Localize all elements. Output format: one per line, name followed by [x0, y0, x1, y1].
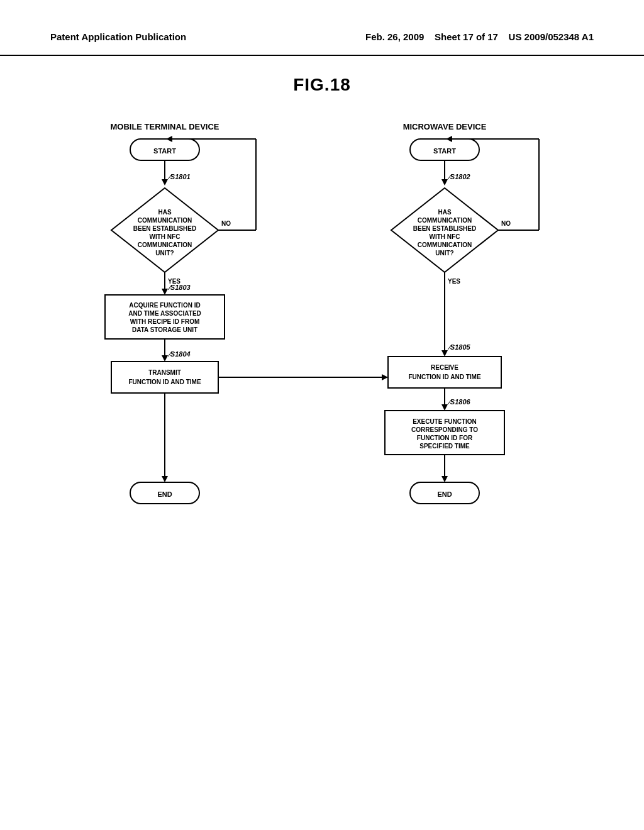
receive-text-1: RECEIVE — [431, 364, 458, 371]
diamond1-text-6: UNIT? — [155, 250, 174, 257]
s1805-label: ∕S1805 — [447, 343, 471, 351]
end-left-label: END — [157, 490, 172, 498]
arrowhead-transmit-end — [162, 476, 168, 482]
s1806-label: ∕S1806 — [447, 398, 471, 406]
transmit-text-2: FUNCTION ID AND TIME — [128, 379, 201, 385]
figure-title: FIG.18 — [0, 75, 644, 95]
diamond1-text-5: COMMUNICATION — [138, 241, 192, 248]
acquire-text-1: ACQUIRE FUNCTION ID — [129, 302, 200, 309]
receive-box-shape — [388, 357, 501, 388]
execute-text-2: CORRESPONDING TO — [411, 426, 478, 433]
header: Patent Application Publication Feb. 26, … — [0, 0, 644, 56]
arrow-head-1 — [162, 179, 168, 185]
start-left-label: START — [153, 147, 176, 155]
header-right: Feb. 26, 2009 Sheet 17 of 17 US 2009/052… — [365, 31, 594, 42]
acquire-text-4: DATA STORAGE UNIT — [132, 326, 197, 333]
diamond2-text-4: WITH NFC — [430, 233, 460, 240]
diamond1-text-4: WITH NFC — [150, 233, 180, 240]
horiz-arrowhead — [382, 374, 388, 380]
arrowhead-start-right — [441, 179, 448, 185]
page: Patent Application Publication Feb. 26, … — [0, 0, 644, 830]
flowchart-area: text { font-family: Arial, Helvetica, sa… — [0, 114, 644, 648]
diamond1-text-1: HAS — [158, 209, 171, 216]
patent-number: US 2009/052348 A1 — [509, 31, 594, 42]
yes-arrowhead-d2 — [441, 350, 448, 357]
diamond2-text-2: COMMUNICATION — [418, 217, 472, 224]
diamond2-text-3: BEEN ESTABLISHED — [413, 225, 476, 232]
right-column-title: MICROWAVE DEVICE — [403, 122, 487, 131]
start-right-label: START — [433, 147, 456, 155]
execute-text-3: FUNCTION ID FOR — [417, 434, 473, 441]
s1803-label: ∕S1803 — [167, 284, 191, 291]
s1802-label: ∕S1802 — [447, 173, 470, 180]
yes-arrowhead-d1 — [162, 289, 168, 295]
yes-label-d2: YES — [448, 278, 460, 285]
s1801-label: ∕S1801 — [167, 173, 191, 180]
arrowhead-receive — [441, 404, 448, 411]
sheet-info: Sheet 17 of 17 — [435, 31, 498, 42]
end-right-label: END — [437, 490, 452, 498]
publication-label: Patent Application Publication — [50, 31, 186, 42]
left-column-title: MOBILE TERMINAL DEVICE — [110, 122, 219, 131]
pub-date: Feb. 26, 2009 — [365, 31, 424, 42]
arrowhead-acquire — [162, 355, 168, 362]
execute-text-1: EXECUTE FUNCTION — [413, 418, 477, 425]
header-left: Patent Application Publication — [50, 31, 186, 42]
s1804-label: ∕S1804 — [167, 350, 191, 358]
diamond1-text-3: BEEN ESTABLISHED — [133, 225, 196, 232]
diamond1-text-2: COMMUNICATION — [138, 217, 192, 224]
acquire-text-2: AND TIME ASSOCIATED — [128, 310, 201, 317]
flowchart-svg: text { font-family: Arial, Helvetica, sa… — [55, 114, 589, 648]
transmit-box-shape — [111, 362, 218, 393]
no-label-d2: NO — [501, 220, 511, 227]
diamond2-text-5: COMMUNICATION — [418, 241, 472, 248]
arrowhead-execute — [441, 476, 448, 482]
no-label-d1: NO — [221, 220, 231, 227]
acquire-text-3: WITH RECIPE ID FROM — [130, 318, 200, 325]
diamond2-text-6: UNIT? — [435, 250, 453, 257]
transmit-text-1: TRANSMIT — [148, 369, 181, 376]
execute-text-4: SPECIFIED TIME — [419, 443, 470, 450]
diamond2-text-1: HAS — [438, 209, 451, 216]
receive-text-2: FUNCTION ID AND TIME — [408, 374, 481, 380]
